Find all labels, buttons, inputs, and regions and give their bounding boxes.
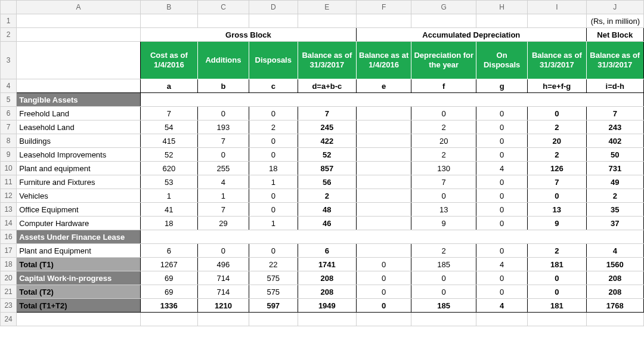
cell[interactable]: 714 bbox=[198, 271, 249, 285]
cell[interactable] bbox=[198, 14, 249, 28]
group-header-gross[interactable]: Gross Block bbox=[140, 28, 356, 42]
cell[interactable] bbox=[357, 244, 411, 258]
row-header[interactable]: 23 bbox=[1, 299, 17, 313]
cell[interactable]: 1560 bbox=[586, 258, 643, 271]
cell[interactable]: 714 bbox=[198, 285, 249, 299]
cell[interactable] bbox=[586, 313, 643, 326]
cell[interactable]: 54 bbox=[140, 120, 197, 134]
cell[interactable]: 41 bbox=[140, 203, 197, 217]
cell[interactable]: 597 bbox=[249, 299, 298, 313]
cell[interactable] bbox=[357, 14, 411, 28]
cell[interactable]: 1210 bbox=[198, 299, 249, 313]
cell[interactable]: 52 bbox=[298, 148, 356, 162]
col-header[interactable]: E bbox=[298, 1, 356, 14]
cell[interactable]: 857 bbox=[298, 162, 356, 175]
formula-cell[interactable]: f bbox=[411, 79, 476, 93]
cell[interactable]: 0 bbox=[411, 189, 476, 203]
cell[interactable]: 422 bbox=[298, 134, 356, 148]
cell[interactable]: 0 bbox=[357, 285, 411, 299]
row-label[interactable]: Total (T1) bbox=[17, 258, 140, 271]
formula-cell[interactable]: e bbox=[357, 79, 411, 93]
cell[interactable]: 1 bbox=[140, 189, 197, 203]
cell[interactable] bbox=[476, 313, 528, 326]
cell[interactable] bbox=[411, 14, 476, 28]
cell[interactable]: 208 bbox=[298, 285, 356, 299]
formula-cell[interactable]: c bbox=[249, 79, 298, 93]
cell[interactable]: 1768 bbox=[586, 299, 643, 313]
cell[interactable]: 575 bbox=[249, 271, 298, 285]
cell[interactable]: 1 bbox=[249, 175, 298, 189]
col-header[interactable]: H bbox=[476, 1, 528, 14]
row-header[interactable]: 3 bbox=[1, 42, 17, 79]
row-header[interactable]: 20 bbox=[1, 271, 17, 285]
row-header[interactable]: 17 bbox=[1, 244, 17, 258]
formula-cell[interactable]: d=a+b-c bbox=[298, 79, 356, 93]
col-title-additions[interactable]: Additions bbox=[198, 42, 249, 79]
cell[interactable] bbox=[357, 107, 411, 120]
row-header[interactable]: 16 bbox=[1, 230, 17, 244]
cell[interactable]: 0 bbox=[411, 107, 476, 120]
cell[interactable]: 0 bbox=[528, 271, 586, 285]
col-title-net-bal[interactable]: Balance as of 31/3/2017 bbox=[586, 42, 643, 79]
cell[interactable]: 0 bbox=[476, 175, 528, 189]
row-label[interactable]: Plant and equipment bbox=[17, 162, 140, 175]
cell[interactable] bbox=[140, 230, 643, 244]
cell[interactable] bbox=[528, 14, 586, 28]
cell[interactable] bbox=[140, 93, 643, 107]
cell[interactable]: 22 bbox=[249, 258, 298, 271]
row-header[interactable]: 11 bbox=[1, 175, 17, 189]
cell[interactable]: 7 bbox=[528, 175, 586, 189]
cell[interactable]: 7 bbox=[198, 134, 249, 148]
cell[interactable]: 18 bbox=[140, 217, 197, 230]
cell[interactable] bbox=[357, 148, 411, 162]
formula-cell[interactable]: b bbox=[198, 79, 249, 93]
cell[interactable]: 2 bbox=[249, 120, 298, 134]
cell[interactable]: 2 bbox=[528, 148, 586, 162]
cell[interactable]: 4 bbox=[476, 162, 528, 175]
cell[interactable] bbox=[249, 14, 298, 28]
cell[interactable]: 7 bbox=[198, 203, 249, 217]
cell[interactable] bbox=[17, 79, 140, 93]
cell[interactable]: 4 bbox=[586, 244, 643, 258]
cell[interactable] bbox=[357, 120, 411, 134]
row-label[interactable]: Buildings bbox=[17, 134, 140, 148]
row-label[interactable]: Total (T2) bbox=[17, 285, 140, 299]
cell[interactable]: 2 bbox=[411, 244, 476, 258]
cell[interactable]: 496 bbox=[198, 258, 249, 271]
group-header-accum[interactable]: Accumulated Depreciation bbox=[357, 28, 586, 42]
cell[interactable] bbox=[298, 14, 356, 28]
cell[interactable] bbox=[357, 162, 411, 175]
cell[interactable]: 1 bbox=[198, 189, 249, 203]
row-header[interactable]: 6 bbox=[1, 107, 17, 120]
cell[interactable]: 52 bbox=[140, 148, 197, 162]
cell[interactable]: 0 bbox=[476, 244, 528, 258]
cell[interactable]: 0 bbox=[476, 271, 528, 285]
col-header[interactable]: B bbox=[140, 1, 197, 14]
cell[interactable]: 0 bbox=[476, 148, 528, 162]
cell[interactable]: 575 bbox=[249, 285, 298, 299]
select-all-corner[interactable] bbox=[1, 1, 17, 14]
cell[interactable]: 731 bbox=[586, 162, 643, 175]
cell[interactable]: 7 bbox=[586, 107, 643, 120]
row-header[interactable]: 1 bbox=[1, 14, 17, 28]
cell[interactable]: 69 bbox=[140, 271, 197, 285]
cell[interactable]: 29 bbox=[198, 217, 249, 230]
cell[interactable]: 0 bbox=[411, 285, 476, 299]
row-header[interactable]: 13 bbox=[1, 203, 17, 217]
row-header[interactable]: 10 bbox=[1, 162, 17, 175]
cell[interactable]: 6 bbox=[140, 244, 197, 258]
cell[interactable]: 0 bbox=[411, 271, 476, 285]
cell[interactable] bbox=[476, 14, 528, 28]
cell[interactable] bbox=[357, 203, 411, 217]
cell[interactable]: 18 bbox=[249, 162, 298, 175]
cell[interactable]: 0 bbox=[476, 203, 528, 217]
row-label[interactable]: Computer Hardware bbox=[17, 217, 140, 230]
cell[interactable]: 7 bbox=[411, 175, 476, 189]
row-label[interactable]: Furniture and Fixtures bbox=[17, 175, 140, 189]
col-header[interactable]: D bbox=[249, 1, 298, 14]
cell[interactable]: 1336 bbox=[140, 299, 197, 313]
row-header[interactable]: 4 bbox=[1, 79, 17, 93]
cell[interactable]: 208 bbox=[298, 271, 356, 285]
cell[interactable]: 0 bbox=[357, 258, 411, 271]
cell[interactable]: 13 bbox=[528, 203, 586, 217]
